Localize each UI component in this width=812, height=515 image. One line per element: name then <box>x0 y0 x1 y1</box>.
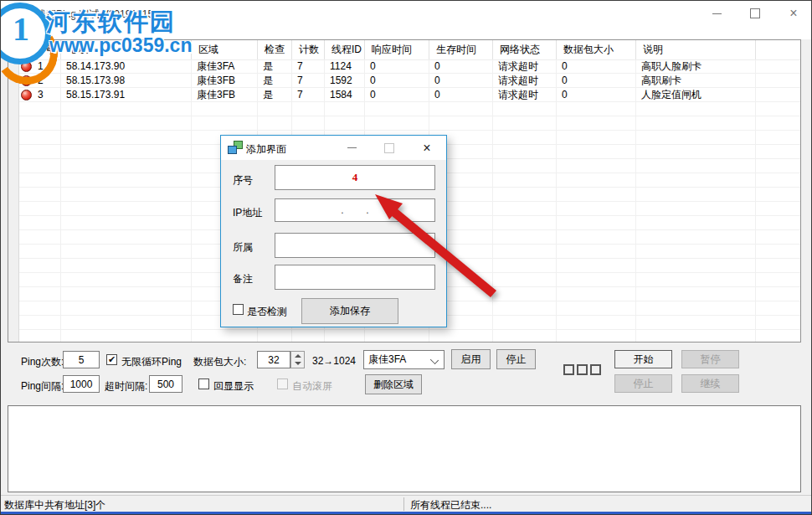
chevron-down-icon <box>430 356 439 364</box>
status-ball-icon <box>21 75 32 86</box>
ip-field-input[interactable]: . . <box>275 198 435 222</box>
empty-table-cell <box>19 245 61 258</box>
indicator-square-3[interactable] <box>590 364 601 375</box>
delete-area-button[interactable]: 删除区域 <box>365 374 422 394</box>
table-cell: 7 <box>292 74 325 87</box>
column-header[interactable]: 检查 <box>258 40 292 59</box>
empty-table-cell <box>19 216 61 229</box>
dialog-title: 添加界面 <box>246 142 286 157</box>
empty-table-cell <box>636 287 756 301</box>
empty-table-cell <box>557 216 636 229</box>
column-header[interactable]: 说明 <box>636 40 756 59</box>
close-button[interactable]: × <box>774 1 812 26</box>
column-header[interactable]: 区域 <box>192 40 258 59</box>
status-bar: 数据库中共有地址[3]个 所有线程已结束.... <box>1 495 812 512</box>
empty-table-cell <box>636 230 756 244</box>
column-header-filler <box>756 40 800 59</box>
add-save-button[interactable]: 添加保存 <box>301 298 398 324</box>
empty-table-cell <box>557 259 636 272</box>
owner-field-input[interactable] <box>275 233 435 258</box>
minimize-button[interactable] <box>697 1 736 26</box>
empty-table-cell <box>19 273 61 286</box>
ping-interval-input[interactable]: 1000 <box>63 375 100 393</box>
table-cell-filler <box>756 245 800 258</box>
table-cell: 58.15.173.98 <box>61 74 192 87</box>
dialog-minimize-button[interactable] <box>338 136 365 160</box>
empty-table-cell <box>19 287 61 301</box>
detect-checkbox[interactable] <box>233 304 244 315</box>
column-header[interactable]: 地址 <box>61 40 192 59</box>
maximize-button[interactable] <box>736 1 774 26</box>
table-row[interactable]: 258.15.173.98康佳3FB是7159200请求超时0高职刷卡 <box>19 74 800 88</box>
table-cell: 0 <box>557 74 636 87</box>
table-row[interactable]: 358.15.173.91康佳3FB是7158400请求超时0人脸定值闸机 <box>19 88 800 102</box>
table-cell: 是 <box>258 59 292 73</box>
echo-checkbox[interactable] <box>198 379 209 389</box>
stop-top-button[interactable]: 停止 <box>496 349 536 369</box>
indicator-square-1[interactable] <box>563 364 574 375</box>
empty-table-cell <box>61 202 192 215</box>
empty-table-cell <box>557 116 636 130</box>
empty-table-cell <box>557 202 636 215</box>
ping-count-input[interactable]: 5 <box>63 351 100 368</box>
column-header[interactable]: 序号 <box>19 40 61 59</box>
empty-table-cell <box>429 102 493 116</box>
empty-table-cell <box>61 316 192 329</box>
column-header[interactable]: 网络状态 <box>493 40 557 59</box>
empty-table-cell <box>493 159 557 173</box>
table-cell-filler <box>756 216 800 229</box>
empty-table-cell <box>636 316 756 329</box>
stepper-down-icon[interactable] <box>291 360 304 368</box>
area-select-value: 康佳3FA <box>368 353 406 367</box>
packet-size-label: 数据包大小: <box>193 355 246 369</box>
status-right-text: 所有线程已结束.... <box>410 498 491 512</box>
empty-table-cell <box>19 102 61 116</box>
table-cell: 高职刷卡 <box>636 74 756 87</box>
column-header[interactable]: 计数 <box>292 40 325 59</box>
area-select[interactable]: 康佳3FA <box>363 350 445 369</box>
empty-table-cell <box>61 287 192 301</box>
column-header[interactable]: 响应时间 <box>365 40 429 59</box>
status-divider <box>403 497 404 511</box>
empty-table-cell <box>19 202 61 215</box>
table-cell: 康佳3FB <box>192 88 258 101</box>
empty-table-cell <box>636 102 756 116</box>
column-header[interactable]: 线程ID <box>325 40 365 59</box>
table-cell-filler <box>756 188 800 201</box>
empty-table-cell <box>61 159 192 173</box>
column-header[interactable]: 数据包大小 <box>557 40 636 59</box>
indicator-square-2[interactable] <box>577 364 588 375</box>
packet-size-input[interactable]: 32 <box>257 351 290 368</box>
table-cell: 0 <box>557 88 636 101</box>
empty-table-cell <box>557 301 636 315</box>
loop-ping-checkbox[interactable]: ✔ <box>106 354 117 365</box>
packet-size-stepper[interactable] <box>290 351 305 368</box>
title-bar: 多线程Ping 测试 V20191215 × <box>1 1 812 26</box>
empty-table-cell <box>192 102 258 116</box>
empty-table-cell <box>557 131 636 144</box>
empty-table-cell <box>19 230 61 244</box>
app-window: 多线程Ping 测试 V20191215 × 序号地址区域检查计数线程ID响应时… <box>0 0 812 515</box>
table-row[interactable]: 158.14.173.90康佳3FA是7112400请求超时0高职人脸刷卡 <box>19 59 800 74</box>
remark-field-input[interactable] <box>275 265 435 290</box>
empty-table-row <box>19 102 800 116</box>
timeout-input[interactable]: 500 <box>149 375 182 393</box>
log-output-box[interactable] <box>8 405 801 492</box>
table-cell: 请求超时 <box>493 74 557 87</box>
remark-field-label: 备注 <box>233 272 253 286</box>
stepper-up-icon[interactable] <box>291 352 304 360</box>
empty-table-cell <box>636 216 756 229</box>
empty-table-cell <box>292 102 325 116</box>
column-header[interactable]: 生存时间 <box>429 40 493 59</box>
empty-table-cell <box>557 287 636 301</box>
enable-button[interactable]: 启用 <box>451 349 491 369</box>
dialog-close-button[interactable]: × <box>414 136 440 160</box>
empty-table-cell <box>557 102 636 116</box>
empty-table-cell <box>636 173 756 187</box>
empty-table-cell <box>557 230 636 244</box>
start-button[interactable]: 开始 <box>614 350 672 368</box>
packet-range-label: 32→1024 <box>312 355 356 367</box>
table-cell: 7 <box>292 59 325 73</box>
empty-table-cell <box>557 330 636 342</box>
seq-field-input[interactable]: 4 <box>275 165 435 190</box>
